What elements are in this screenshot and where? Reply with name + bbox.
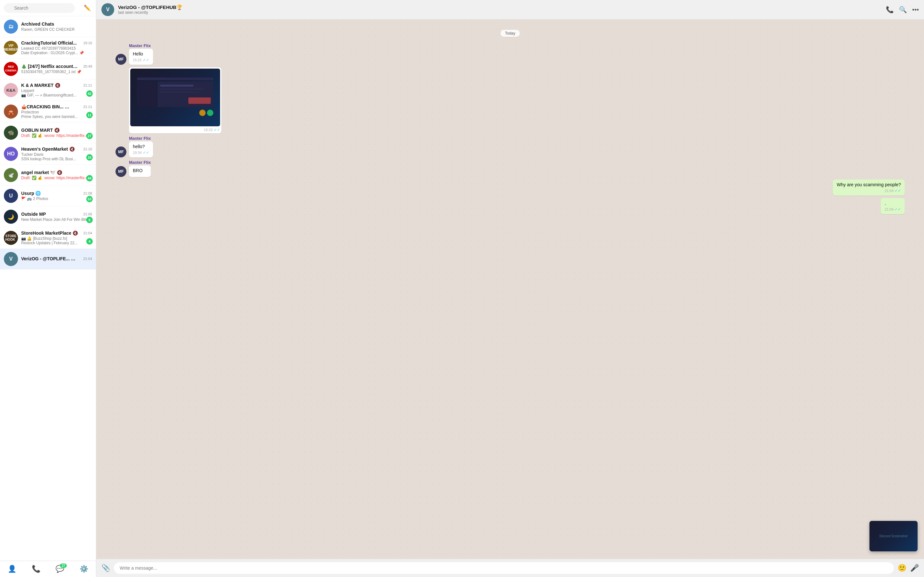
message-text-1: Hello bbox=[133, 51, 143, 56]
sidebar: 🔍 ✏️ 🗂 Archived Chats Raven, GREEN CC CH… bbox=[0, 0, 96, 577]
message-text-5: Why are you scamming people? bbox=[837, 182, 901, 187]
message-text-4: BRO bbox=[133, 168, 142, 173]
more-options-button[interactable]: ••• bbox=[912, 6, 919, 13]
chat-info-netflix: 🎄 [24/7] Netflix accounts... 20:49 51503… bbox=[21, 64, 92, 74]
chat-item-heaven[interactable]: HO Heaven's OpenMarket 🔇 21:10 Tucker Da… bbox=[0, 143, 96, 165]
chat-item-storehook[interactable]: STOREHOOK StoreHook MarketPlace 🔇 21:04 … bbox=[0, 227, 96, 249]
chat-info-storehook: StoreHook MarketPlace 🔇 21:04 📷 🔔 [BuzzS… bbox=[21, 230, 92, 245]
avatar-angel: 🕊️ bbox=[4, 168, 18, 182]
bubble-4: BRO bbox=[129, 165, 151, 177]
attachment-button[interactable]: 📎 bbox=[102, 564, 110, 572]
message-time-2: 15:22 bbox=[204, 128, 213, 132]
message-time-6: 21:04 bbox=[885, 207, 893, 211]
chat-item-angel[interactable]: 🕊️ angel market 🕊️ 🔇 Draft: ✅ 💰 :woow: h… bbox=[0, 165, 96, 185]
nav-settings[interactable]: ⚙️ bbox=[74, 564, 94, 574]
screenshot-sidebar-mini bbox=[137, 81, 156, 107]
chat-time-ka: 21:11 bbox=[83, 83, 92, 87]
chat-item-verizog[interactable]: V VerizOG - @TOPLIFE... 🏆 ✓ 21:04 bbox=[0, 249, 96, 269]
chat-info-goblin: GOBLIN MART 🔇 Draft: ✅ 💰 :woow: https://… bbox=[21, 127, 92, 138]
chat-preview-ka2: 📷 GIF, — » Bluemoongiftcard... bbox=[21, 93, 92, 97]
badge-outside: 6 bbox=[86, 217, 93, 223]
chat-name-archived: Archived Chats bbox=[21, 21, 54, 27]
nav-chats[interactable]: 💬 27 bbox=[50, 564, 69, 574]
message-group-2: 15:22 ✓✓ bbox=[129, 67, 221, 133]
date-label: Today bbox=[501, 30, 520, 37]
read-receipt-1: ✓✓ bbox=[143, 58, 149, 62]
screenshot-main-mini bbox=[158, 81, 214, 107]
chat-preview-outside: New Market Place Join All For Win Bitcoi… bbox=[21, 218, 92, 222]
chat-info-outside: Outside MP 21:06 New Market Place Join A… bbox=[21, 211, 92, 222]
chat-preview-angel: Draft: ✅ 💰 :woow: https://masterflix.sel… bbox=[21, 176, 92, 180]
bubble-2[interactable]: 15:22 ✓✓ bbox=[129, 67, 221, 133]
scam-badge: SCAM bbox=[66, 105, 79, 109]
voice-button[interactable]: 🎤 bbox=[910, 564, 919, 572]
chat-item-outside[interactable]: 🌙 Outside MP 21:06 New Market Place Join… bbox=[0, 206, 96, 227]
sender-name-1: Master Flix bbox=[129, 43, 153, 48]
avatar-usurp: U bbox=[4, 189, 18, 203]
chat-info-crackbin: 🎪CRACKING BIN... SCAM 🔊 21:11 Protectron… bbox=[21, 104, 92, 119]
badge-storehook: 4 bbox=[86, 238, 93, 245]
search-input[interactable] bbox=[4, 3, 75, 13]
chat-header-actions: 📞 🔍 ••• bbox=[886, 6, 919, 13]
main-chat: V VerizOG - @TOPLIFEHUB🏆 last seen recen… bbox=[96, 0, 924, 577]
chat-item-netflix[interactable]: REDCINEMA 🎄 [24/7] Netflix accounts... 2… bbox=[0, 59, 96, 79]
read-receipt-5: ✓✓ bbox=[895, 189, 901, 193]
chat-item-cracking[interactable]: VIPMEMBER CrackingTutorial Official... 1… bbox=[0, 37, 96, 59]
chat-time-netflix: 20:49 bbox=[83, 64, 92, 68]
avatar-goblin: 🧌 bbox=[4, 126, 18, 140]
chat-item-ka[interactable]: K&A K & A MARKET 🔇 21:11 Leppert 📷 GIF, … bbox=[0, 79, 96, 101]
message-row-6: . 21:04 ✓✓ bbox=[115, 198, 905, 214]
sender-name-3: Master Flix bbox=[129, 136, 153, 141]
screenshot-mini bbox=[130, 69, 220, 126]
emoji-button[interactable]: 🙂 bbox=[898, 564, 906, 572]
message-input[interactable] bbox=[114, 562, 894, 574]
avatar-heaven: HO bbox=[4, 147, 18, 161]
avatar-outside: 🌙 bbox=[4, 210, 18, 224]
chat-preview-goblin: Draft: ✅ 💰 :woow: https://masterflix.sel… bbox=[21, 133, 92, 138]
chat-header: V VerizOG - @TOPLIFEHUB🏆 last seen recen… bbox=[96, 0, 924, 19]
chat-item-crackbin[interactable]: 🎪 🎪CRACKING BIN... SCAM 🔊 21:11 Protectr… bbox=[0, 101, 96, 122]
message-group-4: Master Flix BRO bbox=[129, 160, 151, 177]
message-group-3: Master Flix hello? 19:34 ✓✓ bbox=[129, 136, 153, 157]
screenshot-preview[interactable] bbox=[130, 69, 220, 126]
search-wrapper: 🔍 bbox=[4, 3, 80, 13]
chat-info-angel: angel market 🕊️ 🔇 Draft: ✅ 💰 :woow: http… bbox=[21, 170, 92, 180]
bubble-6: . 21:04 ✓✓ bbox=[881, 198, 905, 214]
chat-list: 🗂 Archived Chats Raven, GREEN CC CHECKER… bbox=[0, 16, 96, 561]
chat-info-verizog: VerizOG - @TOPLIFE... 🏆 ✓ 21:04 bbox=[21, 256, 92, 262]
nav-calls[interactable]: 📞 bbox=[27, 564, 45, 574]
search-chat-button[interactable]: 🔍 bbox=[899, 6, 907, 13]
message-row-2: 15:22 ✓✓ bbox=[115, 67, 905, 133]
chat-time-usurp: 21:08 bbox=[83, 191, 92, 195]
chat-time-verizog: 21:04 bbox=[83, 257, 92, 261]
chat-name-ka: K & A MARKET 🔇 bbox=[21, 83, 60, 88]
chat-item-archived[interactable]: 🗂 Archived Chats Raven, GREEN CC CHECKER bbox=[0, 16, 96, 37]
chat-name-netflix: 🎄 [24/7] Netflix accounts... bbox=[21, 64, 79, 69]
chat-item-usurp[interactable]: U Usurp 🌐 21:08 🚩 🚌 2 Photos 53 bbox=[0, 185, 96, 206]
thumbnail-overlay[interactable]: Discord Screenshot bbox=[869, 521, 918, 551]
read-receipt-3: ✓✓ bbox=[143, 150, 149, 155]
message-row-3: MF Master Flix hello? 19:34 ✓✓ bbox=[115, 136, 905, 157]
bubble-5: Why are you scamming people? 21:04 ✓✓ bbox=[833, 179, 905, 195]
avatar-crackbin: 🎪 bbox=[4, 105, 18, 119]
chat-preview-storehook2: Restock Updates | February 22... bbox=[21, 241, 92, 245]
message-text-6: . bbox=[885, 201, 886, 206]
chat-name-cracking: CrackingTutorial Official... bbox=[21, 40, 77, 45]
avatar-verizog: V bbox=[4, 252, 18, 266]
profile-icon: 👤 bbox=[8, 565, 16, 573]
read-receipt-6: ✓✓ bbox=[895, 207, 901, 211]
chat-preview-cracking: Leaked CC 4972039776903415 bbox=[21, 46, 92, 51]
thumbnail-label: Discord Screenshot bbox=[879, 534, 907, 538]
message-row-5: Why are you scamming people? 21:04 ✓✓ bbox=[115, 179, 905, 195]
bubble-1: Hello 15:22 ✓✓ bbox=[129, 49, 153, 65]
sidebar-header: 🔍 ✏️ bbox=[0, 0, 96, 16]
nav-profile[interactable]: 👤 bbox=[3, 564, 21, 574]
chat-name-heaven: Heaven's OpenMarket 🔇 bbox=[21, 147, 75, 152]
voice-call-button[interactable]: 📞 bbox=[886, 6, 894, 13]
chat-preview-heaven: Tucker Davis bbox=[21, 152, 92, 157]
avatar-storehook: STOREHOOK bbox=[4, 231, 18, 245]
chat-item-goblin[interactable]: 🧌 GOBLIN MART 🔇 Draft: ✅ 💰 :woow: https:… bbox=[0, 122, 96, 143]
chat-name-storehook: StoreHook MarketPlace 🔇 bbox=[21, 230, 78, 235]
compose-button[interactable]: ✏️ bbox=[82, 3, 92, 13]
message-time-3: 19:34 bbox=[133, 151, 142, 155]
